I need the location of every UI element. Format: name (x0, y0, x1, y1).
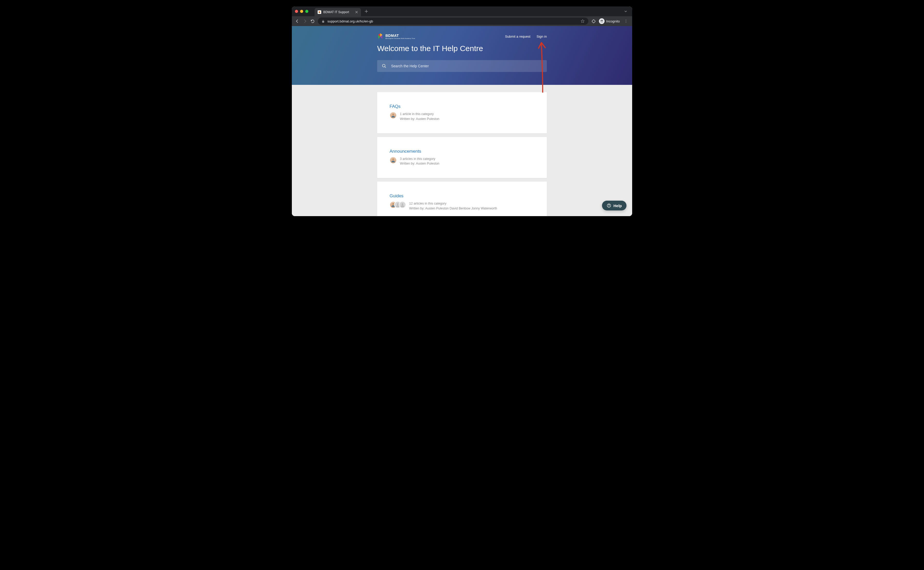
maximize-window-button[interactable] (305, 10, 308, 13)
svg-point-20 (609, 206, 609, 207)
bookmark-button[interactable] (581, 19, 585, 23)
authors-text: Written by: Austen Puleston (400, 161, 439, 166)
close-window-button[interactable] (295, 10, 298, 13)
new-tab-button[interactable] (363, 9, 370, 13)
category-title[interactable]: Guides (390, 193, 534, 199)
category-meta: 1 article in this categoryWritten by: Au… (390, 112, 534, 121)
tab-title: BDMAT IT Support (323, 10, 353, 14)
svg-point-15 (392, 158, 394, 160)
browser-window: BDMAT IT Support (292, 6, 632, 216)
submit-request-link[interactable]: Submit a request (505, 35, 530, 38)
svg-point-17 (397, 203, 399, 205)
category-meta-text: 1 article in this categoryWritten by: Au… (400, 112, 439, 121)
incognito-indicator[interactable]: Incognito (599, 18, 620, 24)
forward-button[interactable] (303, 19, 307, 23)
category-list: FAQs1 article in this categoryWritten by… (377, 85, 547, 216)
address-bar[interactable]: support.bdmat.org.uk/hc/en-gb (318, 18, 588, 25)
avatar (390, 156, 397, 164)
site-logo[interactable]: BDMAT Birmingham Diocesan Multi-Academy … (377, 33, 415, 40)
window-controls (295, 10, 308, 13)
svg-point-6 (626, 20, 626, 20)
svg-point-13 (382, 64, 385, 67)
help-widget-label: Help (613, 204, 622, 208)
article-count: 1 article in this category (400, 112, 439, 116)
category-title[interactable]: FAQs (390, 104, 534, 109)
search-icon (382, 64, 387, 68)
authors-text: Written by: Austen Puleston (400, 116, 439, 121)
tab-strip: BDMAT IT Support (292, 6, 632, 16)
page-content: BDMAT Birmingham Diocesan Multi-Academy … (292, 26, 632, 216)
authors-text: Written by: Austen Puleston David Benbow… (409, 206, 497, 211)
help-icon (607, 203, 611, 208)
sign-in-link[interactable]: Sign in (537, 35, 547, 38)
article-count: 3 articles in this category (400, 156, 439, 161)
svg-point-7 (626, 21, 626, 21)
page-title: Welcome to the IT Help Centre (377, 44, 547, 53)
reload-button[interactable] (311, 19, 315, 23)
incognito-icon (599, 18, 604, 24)
url-text: support.bdmat.org.uk/hc/en-gb (327, 19, 373, 23)
logo-name: BDMAT (386, 34, 415, 38)
svg-point-18 (402, 203, 404, 205)
incognito-label: Incognito (606, 19, 620, 23)
category-meta-text: 3 articles in this categoryWritten by: A… (400, 156, 439, 166)
help-widget-button[interactable]: Help (602, 201, 626, 210)
category-meta-text: 12 articles in this categoryWritten by: … (409, 201, 497, 211)
search-box[interactable] (377, 60, 547, 72)
author-avatars (390, 156, 397, 164)
hero-section: BDMAT Birmingham Diocesan Multi-Academy … (292, 26, 632, 85)
logo-subtitle: Birmingham Diocesan Multi-Academy Trust (386, 38, 415, 40)
category-card[interactable]: Guides12 articles in this categoryWritte… (377, 182, 547, 216)
tab-search-button[interactable] (623, 9, 629, 13)
avatar (390, 112, 397, 119)
svg-marker-1 (320, 11, 320, 12)
svg-point-14 (392, 113, 394, 115)
author-avatars (390, 112, 397, 119)
tab-favicon (318, 10, 321, 14)
category-meta: 12 articles in this categoryWritten by: … (390, 201, 534, 211)
svg-point-16 (392, 203, 394, 205)
close-tab-button[interactable] (355, 11, 358, 14)
minimize-window-button[interactable] (300, 10, 303, 13)
category-card[interactable]: Announcements3 articles in this category… (377, 137, 547, 178)
category-meta: 3 articles in this categoryWritten by: A… (390, 156, 534, 166)
author-avatars (390, 201, 406, 208)
lock-icon (321, 20, 325, 23)
avatar (399, 201, 406, 208)
svg-point-5 (602, 21, 603, 23)
category-title[interactable]: Announcements (390, 149, 534, 154)
svg-rect-3 (322, 21, 324, 22)
logo-mark-icon (377, 33, 383, 40)
svg-marker-2 (318, 12, 320, 13)
browser-toolbar: support.bdmat.org.uk/hc/en-gb Incognito (292, 16, 632, 26)
category-card[interactable]: FAQs1 article in this categoryWritten by… (377, 92, 547, 133)
svg-point-8 (626, 22, 626, 23)
search-input[interactable] (391, 64, 542, 68)
svg-point-4 (601, 21, 602, 23)
extensions-button[interactable] (591, 19, 596, 23)
article-count: 12 articles in this category (409, 201, 497, 206)
browser-menu-button[interactable] (623, 19, 629, 23)
back-button[interactable] (295, 19, 300, 23)
browser-tab[interactable]: BDMAT IT Support (315, 8, 361, 16)
